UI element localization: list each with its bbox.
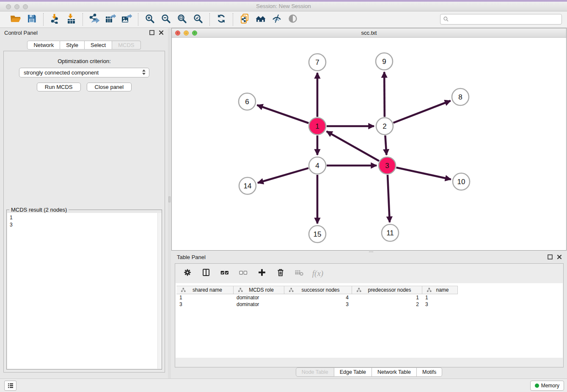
add-column-button[interactable] (256, 268, 267, 279)
import-table-icon (66, 14, 77, 25)
main-area: Control Panel NetworkStyleSelectMCDS Opt… (0, 28, 567, 378)
export-network-button[interactable] (88, 14, 101, 25)
export-table-button[interactable] (104, 14, 117, 25)
graph-node-9[interactable]: 9 (376, 53, 393, 70)
search-input[interactable] (440, 14, 562, 25)
memory-button[interactable]: Memory (530, 381, 564, 391)
zoom-selected-button[interactable] (192, 14, 204, 25)
edge-2-3[interactable] (385, 135, 386, 155)
tab-motifs[interactable]: Motifs (417, 367, 442, 377)
export-image-button[interactable] (120, 14, 133, 25)
edge-2-8[interactable] (394, 101, 451, 123)
sort-tree-icon (179, 287, 186, 293)
column-header-MCDS-role[interactable]: MCDS role (234, 286, 284, 294)
zoom-in-button[interactable] (143, 14, 156, 25)
sort-tree-icon (286, 287, 294, 293)
task-history-button[interactable] (4, 381, 17, 391)
graphics-details-button[interactable] (270, 14, 283, 25)
table-cell[interactable]: 1 (352, 294, 422, 301)
delete-column-icon (276, 268, 285, 279)
column-header-name[interactable]: name (422, 286, 458, 294)
graph-node-3[interactable]: 3 (379, 157, 396, 174)
graph-node-1[interactable]: 1 (309, 118, 326, 135)
tab-network[interactable]: Network (27, 41, 60, 50)
close-panel-icon[interactable] (159, 30, 164, 35)
splitter-grip[interactable] (168, 196, 171, 202)
tab-network-table[interactable]: Network Table (372, 367, 417, 377)
zoom-out-button[interactable] (160, 14, 172, 25)
run-mcds-button[interactable]: Run MCDS (37, 83, 81, 91)
network-overview-button[interactable] (254, 14, 267, 25)
table-cell[interactable]: 1 (422, 294, 458, 301)
tab-style[interactable]: Style (60, 41, 85, 50)
tab-mcds[interactable]: MCDS (112, 41, 140, 50)
deselect-all-button[interactable] (238, 268, 249, 279)
column-header-predecessor-nodes[interactable]: predecessor nodes (352, 286, 422, 294)
delete-column-button[interactable] (275, 268, 286, 279)
split-columns-button[interactable] (201, 268, 212, 279)
result-scrollbar[interactable] (157, 213, 162, 369)
graph-node-6[interactable]: 6 (239, 93, 256, 110)
zoom-fit-button[interactable] (176, 14, 188, 25)
edge-1-6[interactable] (257, 105, 309, 123)
tab-node-table[interactable]: Node Table (296, 367, 334, 377)
column-label: name (432, 287, 457, 293)
node-label: 2 (383, 122, 386, 130)
graph-node-8[interactable]: 8 (452, 88, 469, 105)
table-toolbar: f(x) (175, 264, 563, 283)
table-cell[interactable]: 3 (422, 301, 458, 308)
table-cell[interactable]: 4 (284, 294, 352, 301)
edge-3-10[interactable] (396, 168, 451, 179)
table-cell[interactable]: dominator (234, 301, 284, 308)
graph-node-4[interactable]: 4 (309, 157, 326, 174)
control-panel: Control Panel NetworkStyleSelectMCDS Opt… (0, 28, 168, 378)
graph-node-7[interactable]: 7 (309, 54, 326, 71)
graph-node-15[interactable]: 15 (309, 226, 326, 243)
save-session-button[interactable] (25, 14, 38, 25)
edge-3-11[interactable] (388, 175, 390, 222)
open-session-button[interactable] (9, 14, 22, 25)
tab-edge-table[interactable]: Edge Table (334, 367, 372, 377)
table-row[interactable]: 3dominator323 (176, 301, 458, 308)
graph-node-2[interactable]: 2 (376, 118, 393, 135)
node-label: 11 (386, 229, 394, 237)
graph-node-14[interactable]: 14 (239, 177, 256, 194)
graph-node-10[interactable]: 10 (453, 173, 470, 190)
refresh-button[interactable] (215, 14, 228, 25)
table-cell[interactable]: 1 (176, 294, 234, 301)
float-panel-icon[interactable] (149, 30, 154, 35)
node-label: 3 (385, 162, 389, 170)
import-network-button[interactable] (49, 14, 61, 25)
table-cell[interactable]: dominator (234, 294, 284, 301)
column-header-successor-nodes[interactable]: successor nodes (284, 286, 352, 294)
table-cell[interactable]: 3 (176, 301, 234, 308)
right-column: × − + scc.txt 7968124310141511 Table Pan… (171, 28, 567, 378)
network-canvas[interactable]: 7968124310141511 (172, 38, 566, 250)
clone-network-button[interactable] (238, 14, 251, 25)
graph-node-11[interactable]: 11 (382, 224, 399, 241)
edge-4-14[interactable] (258, 168, 308, 183)
table-panel-title: Table Panel (177, 254, 206, 260)
table-cell[interactable]: 2 (352, 301, 422, 308)
close-table-panel-icon[interactable] (557, 254, 562, 259)
float-table-panel-icon[interactable] (548, 254, 553, 259)
node-label: 9 (382, 58, 386, 66)
tab-select[interactable]: Select (85, 41, 112, 50)
show-hide-panel-icon (287, 14, 298, 25)
edge-3-1[interactable] (327, 131, 379, 161)
criterion-select[interactable]: strongly connected component (19, 68, 149, 77)
column-header-shared-name[interactable]: shared name (176, 286, 234, 294)
toolbar-group (138, 14, 209, 25)
vertical-splitter[interactable] (168, 28, 171, 378)
edge-2-9[interactable] (384, 72, 385, 117)
table-row[interactable]: 1dominator411 (176, 294, 458, 301)
show-hide-panel-button[interactable] (286, 14, 299, 25)
mcds-result-text[interactable]: 13 (7, 213, 161, 369)
gear-button[interactable] (182, 268, 193, 279)
close-panel-button[interactable]: Close panel (87, 83, 132, 91)
table-cell[interactable]: 3 (284, 301, 352, 308)
import-table-button[interactable] (65, 14, 77, 25)
apply-function-button: f(x) (312, 268, 323, 279)
select-all-button[interactable] (219, 268, 230, 279)
node-label: 10 (457, 178, 465, 186)
